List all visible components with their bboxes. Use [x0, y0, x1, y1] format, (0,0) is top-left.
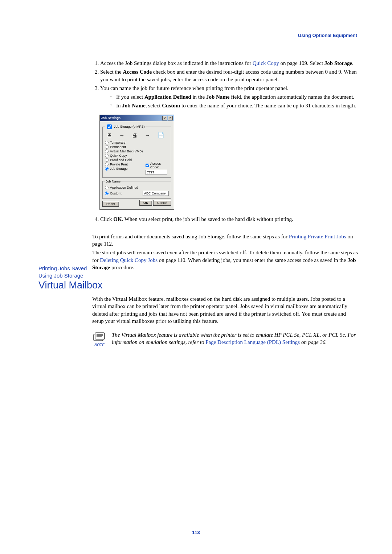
dialog-title: Job Settings — [101, 116, 121, 120]
b1-c: field, the application automatically nam… — [229, 94, 354, 100]
bullet-1: If you select Application Defined in the… — [110, 93, 358, 100]
radio-private-print[interactable] — [105, 163, 109, 166]
label-custom: Custom: — [110, 192, 122, 195]
reset-button[interactable]: Reset — [102, 201, 119, 207]
job-settings-dialog: Job Settings ? × Job Storage (e-MPS) — [99, 115, 358, 210]
step-4-a: Click — [100, 216, 113, 222]
radio-permanent[interactable] — [105, 145, 109, 149]
b1-a: If you select — [116, 94, 144, 100]
radio-app-defined[interactable] — [105, 186, 109, 189]
link-pdl-settings[interactable]: Page Description Language (PDL) Settings — [205, 339, 300, 345]
link-private-print-jobs[interactable]: Printing Private Print Jobs — [289, 234, 346, 239]
job-storage-group: Job Storage (e-MPS) 🖥 → 🖨 → 📄 Temporary … — [102, 123, 171, 178]
label-vmb: Virtual Mail Box (VMB) — [110, 149, 143, 153]
job-storage-checkbox[interactable] — [107, 124, 112, 129]
link-deleting-quick-copy[interactable]: Deleting Quick Copy Jobs — [100, 257, 158, 263]
step-2: Select the Access Code check box and ent… — [100, 68, 358, 83]
note-label: NOTE — [92, 343, 107, 347]
access-code-input[interactable] — [146, 170, 167, 175]
radio-job-storage[interactable] — [105, 167, 109, 171]
para-1: To print forms and other documents saved… — [92, 233, 358, 248]
step-2-bold: Access Code — [123, 69, 152, 75]
step-3: You can name the job for future referenc… — [100, 85, 358, 110]
custom-name-input[interactable] — [143, 191, 169, 196]
b1-b: in the — [191, 94, 206, 100]
step-1-bold: Job Storage — [324, 60, 352, 66]
radio-custom[interactable] — [105, 192, 109, 195]
help-button[interactable]: ? — [162, 116, 167, 120]
b2-a: In — [116, 103, 122, 108]
steps-list: Access the Job Settings dialog box as in… — [92, 59, 358, 110]
label-temporary: Temporary — [110, 141, 126, 144]
label-app-defined: Application Defined — [110, 186, 138, 189]
note-icon — [93, 331, 106, 342]
step-4: Click OK. When you select print, the job… — [100, 216, 358, 223]
label-proof-hold: Proof and Hold — [110, 158, 132, 162]
flow-icons: 🖥 → 🖨 → 📄 — [105, 132, 169, 139]
job-storage-label: Job Storage (e-MPS) — [114, 125, 145, 128]
step-3-text: You can name the job for future referenc… — [100, 85, 289, 91]
para-2-b: on page 110. When deleting jobs, you mus… — [158, 257, 347, 263]
label-job-storage: Job Storage — [110, 167, 128, 171]
page-number: 113 — [0, 530, 392, 535]
cancel-button[interactable]: Cancel — [153, 200, 171, 206]
step-1-text-a: Access the Job Settings dialog box as in… — [100, 60, 253, 66]
access-code-label: Access Code: — [150, 162, 169, 169]
note-text-b: on page 36. — [300, 339, 327, 345]
step-1: Access the Job Settings dialog box as in… — [100, 59, 358, 67]
b1-bold2: Job Name — [206, 94, 230, 100]
para-1-a: To print forms and other documents saved… — [92, 234, 289, 239]
link-quick-copy[interactable]: Quick Copy — [253, 60, 279, 66]
step-4-bold: OK — [113, 216, 122, 222]
label-permanent: Permanent — [110, 145, 126, 149]
vmb-body: With the Virtual Mailbox feature, mailbo… — [92, 295, 358, 325]
step-1-text-c: . — [352, 60, 354, 66]
bullet-2: In Job Name, select Custom to enter the … — [110, 102, 358, 109]
b2-b: , select — [146, 103, 162, 108]
b2-bold2: Custom — [162, 103, 180, 108]
label-quick-copy: Quick Copy — [110, 154, 127, 157]
access-code-checkbox[interactable] — [146, 164, 149, 167]
note-block: NOTE The Virtual Mailbox feature is avai… — [92, 331, 358, 347]
para-2: The stored jobs will remain saved even a… — [92, 249, 358, 271]
radio-vmb[interactable] — [105, 149, 109, 153]
side-heading-printing-jobs: Printing Jobs Saved Using Job Storage — [38, 265, 88, 280]
radio-temporary[interactable] — [105, 141, 109, 144]
svg-rect-1 — [95, 333, 105, 339]
step-1-text-b: on page 109. Select — [279, 60, 324, 66]
step-2-text-a: Select the — [100, 69, 123, 75]
job-name-legend: Job Name — [105, 180, 121, 183]
para-2-c: procedure. — [110, 264, 134, 270]
step-3-bullets: If you select Application Defined in the… — [110, 93, 358, 110]
close-button[interactable]: × — [168, 116, 173, 120]
b2-bold1: Job Name — [122, 103, 146, 108]
radio-quick-copy[interactable] — [105, 154, 109, 157]
radio-proof-hold[interactable] — [105, 158, 109, 162]
steps-list-cont: Click OK. When you select print, the job… — [92, 216, 358, 223]
b1-bold1: Application Defined — [144, 94, 191, 100]
b2-c: to enter the name of your choice. The na… — [180, 103, 356, 108]
heading-virtual-mailbox: Virtual Mailbox — [38, 280, 358, 291]
running-header: Using Optional Equipment — [298, 33, 357, 38]
ok-button[interactable]: OK — [139, 200, 152, 206]
job-name-group: Job Name Application Defined Custom: — [102, 180, 171, 199]
label-private-print: Private Print — [110, 163, 128, 166]
step-4-b: . When you select print, the job will be… — [122, 216, 293, 222]
